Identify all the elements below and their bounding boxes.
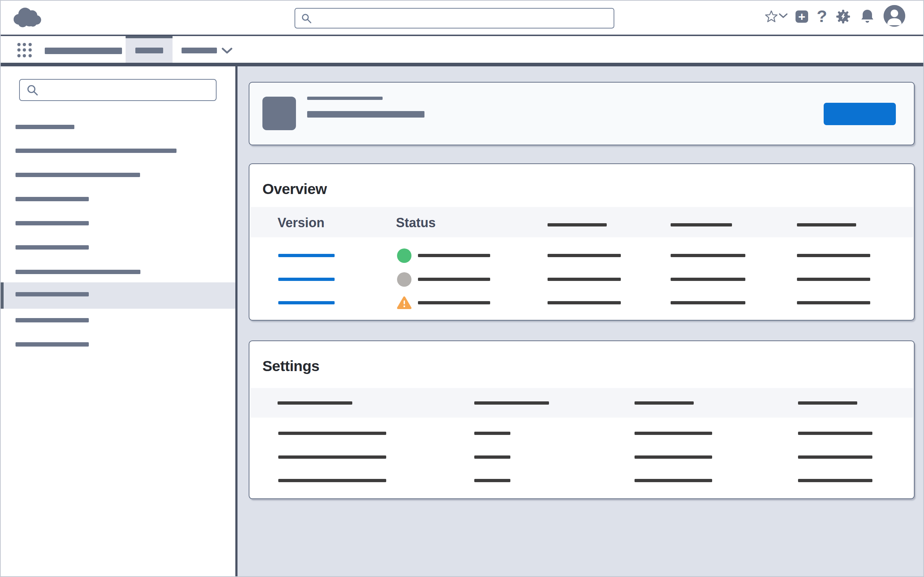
status-warning-icon <box>396 296 412 310</box>
sidebar-search[interactable] <box>19 79 216 101</box>
version-link-redacted[interactable] <box>278 254 334 257</box>
add-icon[interactable]: + <box>795 10 808 23</box>
overview-cell-redacted <box>418 254 490 257</box>
page-header-card <box>249 82 914 145</box>
settings-cell-redacted <box>278 432 386 435</box>
sidebar-item-label-redacted <box>16 270 141 274</box>
sidebar-item-label-redacted <box>16 197 89 201</box>
sidebar-item-10[interactable] <box>1 332 235 356</box>
settings-column-header-redacted-2 <box>474 401 549 405</box>
primary-action-button[interactable] <box>824 103 896 125</box>
settings-cell-redacted <box>798 479 872 482</box>
sidebar-item-label-redacted <box>16 245 89 250</box>
app-navbar <box>1 36 923 63</box>
column-header-status: Status <box>396 215 436 230</box>
version-link-redacted[interactable] <box>278 301 334 305</box>
settings-cell-redacted <box>635 456 712 459</box>
settings-column-header-redacted-1 <box>278 401 352 405</box>
settings-cell-redacted <box>635 432 712 435</box>
sidebar-item-label-redacted <box>16 318 89 322</box>
column-header-version: Version <box>278 215 325 230</box>
overview-cell-redacted <box>548 278 621 281</box>
settings-column-header-redacted-3 <box>635 401 694 405</box>
sidebar-item-label-redacted <box>16 292 89 297</box>
sidebar-item-label-redacted <box>16 173 140 177</box>
global-header: + ? <box>1 1 923 36</box>
sidebar-item-4[interactable] <box>1 187 235 211</box>
nav-item-app-name[interactable] <box>45 48 122 54</box>
overview-table-header <box>250 207 913 237</box>
nav-item-dropdown[interactable] <box>181 48 217 53</box>
nav-tab-active[interactable] <box>126 36 173 63</box>
person-icon <box>884 5 905 27</box>
favorites-star-icon[interactable] <box>764 10 778 23</box>
global-search-input[interactable] <box>312 9 614 28</box>
nav-divider <box>1 63 923 66</box>
settings-cell-redacted <box>278 479 386 482</box>
main-content: Overview Version Status Settings <box>237 66 924 577</box>
nav-tab-label <box>135 48 163 53</box>
app-launcher-waffle-icon[interactable] <box>17 43 32 57</box>
settings-title: Settings <box>262 358 320 375</box>
setup-sidebar <box>1 66 237 577</box>
version-link-redacted[interactable] <box>278 278 334 281</box>
settings-cell-redacted <box>474 456 510 459</box>
search-icon <box>26 84 39 96</box>
settings-card: Settings <box>249 340 914 499</box>
page-header-title-redacted-2 <box>307 111 425 118</box>
sidebar-item-5[interactable] <box>1 211 235 235</box>
sidebar-item-1[interactable] <box>1 115 235 139</box>
overview-cell-redacted <box>670 301 745 305</box>
notifications-bell-icon[interactable] <box>861 9 874 24</box>
search-icon <box>301 13 312 24</box>
settings-column-header-redacted-4 <box>798 401 857 405</box>
app-window: + ? <box>0 0 924 577</box>
settings-cell-redacted <box>798 432 872 435</box>
setup-gear-icon[interactable] <box>836 10 850 24</box>
overview-cell-redacted <box>797 278 870 281</box>
status-neutral-icon <box>396 272 412 287</box>
sidebar-item-label-redacted <box>16 221 89 226</box>
sidebar-item-8[interactable] <box>1 282 235 309</box>
sidebar-search-input[interactable] <box>39 80 216 100</box>
sidebar-item-label-redacted <box>16 342 89 347</box>
overview-cell-redacted <box>670 278 745 281</box>
overview-cell-redacted <box>418 278 490 281</box>
user-avatar[interactable] <box>884 5 905 27</box>
settings-cell-redacted <box>635 479 712 482</box>
overview-card: Overview Version Status <box>249 163 914 321</box>
sidebar-item-label-redacted <box>16 125 74 129</box>
sidebar-item-9[interactable] <box>1 308 235 332</box>
sidebar-item-2[interactable] <box>1 139 235 163</box>
overview-cell-redacted <box>670 254 745 257</box>
overview-column-header-redacted-3 <box>548 223 607 226</box>
overview-column-header-redacted-4 <box>670 223 732 226</box>
overview-column-header-redacted-5 <box>797 223 856 226</box>
settings-cell-redacted <box>474 479 510 482</box>
overview-cell-redacted <box>797 254 870 257</box>
sidebar-item-3[interactable] <box>1 163 235 187</box>
sidebar-item-label-redacted <box>16 148 176 153</box>
record-icon <box>262 97 296 130</box>
cloud-logo-icon[interactable] <box>12 6 42 28</box>
favorites-chevron-down-icon[interactable] <box>779 13 788 18</box>
overview-cell-redacted <box>418 301 490 305</box>
settings-cell-redacted <box>798 456 872 459</box>
page-header-title-redacted-1 <box>307 97 383 100</box>
sidebar-item-6[interactable] <box>1 235 235 259</box>
global-search[interactable] <box>294 8 614 29</box>
settings-cell-redacted <box>278 456 386 459</box>
help-icon[interactable]: ? <box>816 8 828 24</box>
question-glyph: ? <box>817 6 827 26</box>
nav-chevron-down-icon[interactable] <box>221 48 233 56</box>
plus-glyph: + <box>798 11 806 22</box>
settings-cell-redacted <box>474 432 510 435</box>
overview-cell-redacted <box>548 301 621 305</box>
overview-cell-redacted <box>548 254 621 257</box>
overview-cell-redacted <box>797 301 870 305</box>
overview-title: Overview <box>262 181 327 198</box>
sidebar-item-7[interactable] <box>1 260 235 284</box>
status-success-icon <box>396 248 412 263</box>
